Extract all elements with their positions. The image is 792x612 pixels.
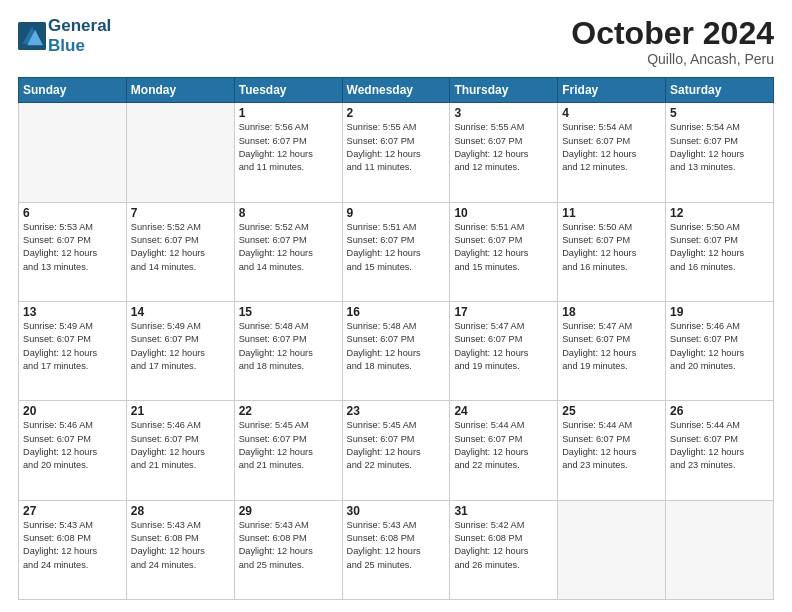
month-title: October 2024	[571, 16, 774, 51]
day-info: Sunrise: 5:51 AMSunset: 6:07 PMDaylight:…	[347, 221, 446, 274]
table-row: 9Sunrise: 5:51 AMSunset: 6:07 PMDaylight…	[342, 202, 450, 301]
table-row: 28Sunrise: 5:43 AMSunset: 6:08 PMDayligh…	[126, 500, 234, 599]
day-info: Sunrise: 5:47 AMSunset: 6:07 PMDaylight:…	[562, 320, 661, 373]
day-info: Sunrise: 5:44 AMSunset: 6:07 PMDaylight:…	[454, 419, 553, 472]
day-number: 4	[562, 106, 661, 120]
col-thursday: Thursday	[450, 78, 558, 103]
table-row: 26Sunrise: 5:44 AMSunset: 6:07 PMDayligh…	[666, 401, 774, 500]
table-row: 19Sunrise: 5:46 AMSunset: 6:07 PMDayligh…	[666, 301, 774, 400]
calendar-week-row: 20Sunrise: 5:46 AMSunset: 6:07 PMDayligh…	[19, 401, 774, 500]
day-number: 8	[239, 206, 338, 220]
day-number: 26	[670, 404, 769, 418]
table-row: 14Sunrise: 5:49 AMSunset: 6:07 PMDayligh…	[126, 301, 234, 400]
day-number: 23	[347, 404, 446, 418]
day-info: Sunrise: 5:48 AMSunset: 6:07 PMDaylight:…	[347, 320, 446, 373]
table-row: 24Sunrise: 5:44 AMSunset: 6:07 PMDayligh…	[450, 401, 558, 500]
calendar-body: 1Sunrise: 5:56 AMSunset: 6:07 PMDaylight…	[19, 103, 774, 600]
day-info: Sunrise: 5:55 AMSunset: 6:07 PMDaylight:…	[454, 121, 553, 174]
day-number: 25	[562, 404, 661, 418]
day-info: Sunrise: 5:46 AMSunset: 6:07 PMDaylight:…	[23, 419, 122, 472]
day-number: 31	[454, 504, 553, 518]
logo-text-line1: General	[48, 16, 111, 36]
day-number: 13	[23, 305, 122, 319]
day-number: 20	[23, 404, 122, 418]
table-row	[126, 103, 234, 202]
day-number: 10	[454, 206, 553, 220]
day-number: 14	[131, 305, 230, 319]
day-number: 2	[347, 106, 446, 120]
logo-icon	[18, 22, 46, 50]
day-info: Sunrise: 5:52 AMSunset: 6:07 PMDaylight:…	[239, 221, 338, 274]
day-info: Sunrise: 5:46 AMSunset: 6:07 PMDaylight:…	[131, 419, 230, 472]
table-row: 23Sunrise: 5:45 AMSunset: 6:07 PMDayligh…	[342, 401, 450, 500]
day-info: Sunrise: 5:46 AMSunset: 6:07 PMDaylight:…	[670, 320, 769, 373]
col-monday: Monday	[126, 78, 234, 103]
table-row: 15Sunrise: 5:48 AMSunset: 6:07 PMDayligh…	[234, 301, 342, 400]
title-area: October 2024 Quillo, Ancash, Peru	[571, 16, 774, 67]
day-number: 7	[131, 206, 230, 220]
day-info: Sunrise: 5:50 AMSunset: 6:07 PMDaylight:…	[562, 221, 661, 274]
table-row: 21Sunrise: 5:46 AMSunset: 6:07 PMDayligh…	[126, 401, 234, 500]
calendar-week-row: 13Sunrise: 5:49 AMSunset: 6:07 PMDayligh…	[19, 301, 774, 400]
page: General Blue October 2024 Quillo, Ancash…	[0, 0, 792, 612]
day-number: 6	[23, 206, 122, 220]
day-info: Sunrise: 5:43 AMSunset: 6:08 PMDaylight:…	[23, 519, 122, 572]
table-row	[666, 500, 774, 599]
logo: General Blue	[18, 16, 111, 55]
day-number: 12	[670, 206, 769, 220]
day-info: Sunrise: 5:47 AMSunset: 6:07 PMDaylight:…	[454, 320, 553, 373]
day-number: 5	[670, 106, 769, 120]
day-number: 9	[347, 206, 446, 220]
day-info: Sunrise: 5:53 AMSunset: 6:07 PMDaylight:…	[23, 221, 122, 274]
day-number: 11	[562, 206, 661, 220]
table-row: 4Sunrise: 5:54 AMSunset: 6:07 PMDaylight…	[558, 103, 666, 202]
day-number: 15	[239, 305, 338, 319]
table-row: 5Sunrise: 5:54 AMSunset: 6:07 PMDaylight…	[666, 103, 774, 202]
table-row: 12Sunrise: 5:50 AMSunset: 6:07 PMDayligh…	[666, 202, 774, 301]
day-info: Sunrise: 5:43 AMSunset: 6:08 PMDaylight:…	[239, 519, 338, 572]
logo-text-line2: Blue	[48, 36, 111, 56]
day-info: Sunrise: 5:55 AMSunset: 6:07 PMDaylight:…	[347, 121, 446, 174]
day-number: 3	[454, 106, 553, 120]
col-sunday: Sunday	[19, 78, 127, 103]
calendar-table: Sunday Monday Tuesday Wednesday Thursday…	[18, 77, 774, 600]
table-row: 20Sunrise: 5:46 AMSunset: 6:07 PMDayligh…	[19, 401, 127, 500]
day-number: 21	[131, 404, 230, 418]
day-number: 27	[23, 504, 122, 518]
calendar-week-row: 1Sunrise: 5:56 AMSunset: 6:07 PMDaylight…	[19, 103, 774, 202]
day-info: Sunrise: 5:51 AMSunset: 6:07 PMDaylight:…	[454, 221, 553, 274]
day-info: Sunrise: 5:43 AMSunset: 6:08 PMDaylight:…	[131, 519, 230, 572]
table-row: 31Sunrise: 5:42 AMSunset: 6:08 PMDayligh…	[450, 500, 558, 599]
table-row: 11Sunrise: 5:50 AMSunset: 6:07 PMDayligh…	[558, 202, 666, 301]
day-number: 30	[347, 504, 446, 518]
day-number: 19	[670, 305, 769, 319]
day-number: 16	[347, 305, 446, 319]
table-row: 8Sunrise: 5:52 AMSunset: 6:07 PMDaylight…	[234, 202, 342, 301]
day-info: Sunrise: 5:49 AMSunset: 6:07 PMDaylight:…	[23, 320, 122, 373]
table-row: 22Sunrise: 5:45 AMSunset: 6:07 PMDayligh…	[234, 401, 342, 500]
table-row: 13Sunrise: 5:49 AMSunset: 6:07 PMDayligh…	[19, 301, 127, 400]
day-number: 28	[131, 504, 230, 518]
day-number: 1	[239, 106, 338, 120]
table-row: 10Sunrise: 5:51 AMSunset: 6:07 PMDayligh…	[450, 202, 558, 301]
col-friday: Friday	[558, 78, 666, 103]
col-wednesday: Wednesday	[342, 78, 450, 103]
calendar-header-row: Sunday Monday Tuesday Wednesday Thursday…	[19, 78, 774, 103]
day-info: Sunrise: 5:44 AMSunset: 6:07 PMDaylight:…	[562, 419, 661, 472]
day-info: Sunrise: 5:43 AMSunset: 6:08 PMDaylight:…	[347, 519, 446, 572]
table-row	[558, 500, 666, 599]
day-info: Sunrise: 5:56 AMSunset: 6:07 PMDaylight:…	[239, 121, 338, 174]
calendar-week-row: 27Sunrise: 5:43 AMSunset: 6:08 PMDayligh…	[19, 500, 774, 599]
table-row: 27Sunrise: 5:43 AMSunset: 6:08 PMDayligh…	[19, 500, 127, 599]
day-info: Sunrise: 5:44 AMSunset: 6:07 PMDaylight:…	[670, 419, 769, 472]
day-number: 29	[239, 504, 338, 518]
day-info: Sunrise: 5:45 AMSunset: 6:07 PMDaylight:…	[347, 419, 446, 472]
col-tuesday: Tuesday	[234, 78, 342, 103]
table-row: 1Sunrise: 5:56 AMSunset: 6:07 PMDaylight…	[234, 103, 342, 202]
day-info: Sunrise: 5:54 AMSunset: 6:07 PMDaylight:…	[562, 121, 661, 174]
table-row: 6Sunrise: 5:53 AMSunset: 6:07 PMDaylight…	[19, 202, 127, 301]
table-row: 25Sunrise: 5:44 AMSunset: 6:07 PMDayligh…	[558, 401, 666, 500]
calendar-week-row: 6Sunrise: 5:53 AMSunset: 6:07 PMDaylight…	[19, 202, 774, 301]
day-info: Sunrise: 5:52 AMSunset: 6:07 PMDaylight:…	[131, 221, 230, 274]
day-number: 24	[454, 404, 553, 418]
